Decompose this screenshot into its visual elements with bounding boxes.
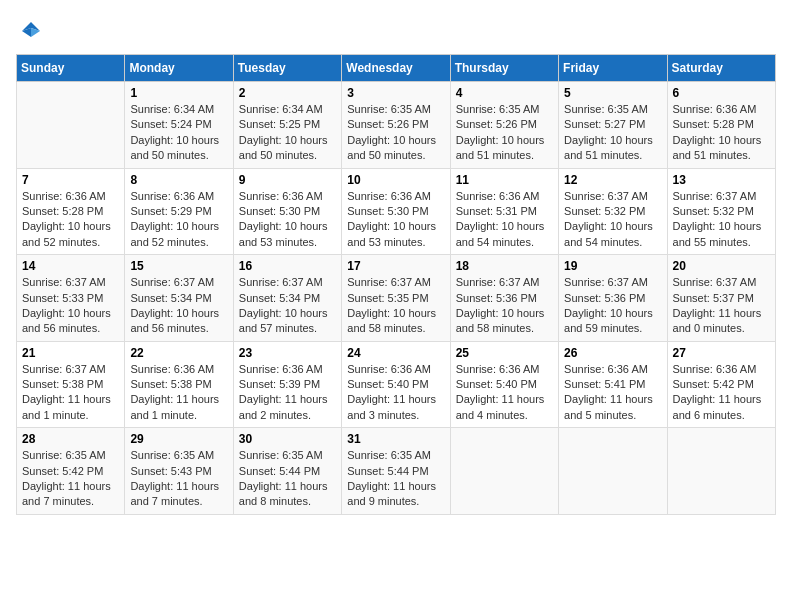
calendar-cell: 10Sunrise: 6:36 AMSunset: 5:30 PMDayligh… xyxy=(342,168,450,255)
day-content: Sunrise: 6:36 AMSunset: 5:28 PMDaylight:… xyxy=(673,102,770,164)
day-number: 20 xyxy=(673,259,770,273)
calendar-cell: 3Sunrise: 6:35 AMSunset: 5:26 PMDaylight… xyxy=(342,82,450,169)
calendar-cell: 28Sunrise: 6:35 AMSunset: 5:42 PMDayligh… xyxy=(17,428,125,515)
day-content: Sunrise: 6:37 AMSunset: 5:36 PMDaylight:… xyxy=(564,275,661,337)
calendar-cell: 26Sunrise: 6:36 AMSunset: 5:41 PMDayligh… xyxy=(559,341,667,428)
calendar-cell: 12Sunrise: 6:37 AMSunset: 5:32 PMDayligh… xyxy=(559,168,667,255)
calendar-cell: 1Sunrise: 6:34 AMSunset: 5:24 PMDaylight… xyxy=(125,82,233,169)
day-content: Sunrise: 6:36 AMSunset: 5:29 PMDaylight:… xyxy=(130,189,227,251)
calendar-cell: 22Sunrise: 6:36 AMSunset: 5:38 PMDayligh… xyxy=(125,341,233,428)
day-content: Sunrise: 6:37 AMSunset: 5:34 PMDaylight:… xyxy=(239,275,336,337)
calendar-table: SundayMondayTuesdayWednesdayThursdayFrid… xyxy=(16,54,776,515)
calendar-header-row: SundayMondayTuesdayWednesdayThursdayFrid… xyxy=(17,55,776,82)
day-content: Sunrise: 6:37 AMSunset: 5:32 PMDaylight:… xyxy=(564,189,661,251)
day-content: Sunrise: 6:37 AMSunset: 5:36 PMDaylight:… xyxy=(456,275,553,337)
day-number: 9 xyxy=(239,173,336,187)
day-number: 22 xyxy=(130,346,227,360)
calendar-cell: 24Sunrise: 6:36 AMSunset: 5:40 PMDayligh… xyxy=(342,341,450,428)
day-content: Sunrise: 6:35 AMSunset: 5:42 PMDaylight:… xyxy=(22,448,119,510)
day-number: 19 xyxy=(564,259,661,273)
day-number: 1 xyxy=(130,86,227,100)
calendar-cell: 18Sunrise: 6:37 AMSunset: 5:36 PMDayligh… xyxy=(450,255,558,342)
day-header-wednesday: Wednesday xyxy=(342,55,450,82)
day-content: Sunrise: 6:35 AMSunset: 5:26 PMDaylight:… xyxy=(456,102,553,164)
calendar-cell: 20Sunrise: 6:37 AMSunset: 5:37 PMDayligh… xyxy=(667,255,775,342)
calendar-cell: 4Sunrise: 6:35 AMSunset: 5:26 PMDaylight… xyxy=(450,82,558,169)
day-content: Sunrise: 6:37 AMSunset: 5:32 PMDaylight:… xyxy=(673,189,770,251)
day-number: 21 xyxy=(22,346,119,360)
logo xyxy=(16,16,50,46)
day-content: Sunrise: 6:36 AMSunset: 5:40 PMDaylight:… xyxy=(347,362,444,424)
calendar-cell: 8Sunrise: 6:36 AMSunset: 5:29 PMDaylight… xyxy=(125,168,233,255)
calendar-cell: 11Sunrise: 6:36 AMSunset: 5:31 PMDayligh… xyxy=(450,168,558,255)
day-header-sunday: Sunday xyxy=(17,55,125,82)
logo-icon xyxy=(16,16,46,46)
day-header-thursday: Thursday xyxy=(450,55,558,82)
calendar-cell xyxy=(17,82,125,169)
calendar-cell: 25Sunrise: 6:36 AMSunset: 5:40 PMDayligh… xyxy=(450,341,558,428)
calendar-cell: 23Sunrise: 6:36 AMSunset: 5:39 PMDayligh… xyxy=(233,341,341,428)
day-content: Sunrise: 6:37 AMSunset: 5:37 PMDaylight:… xyxy=(673,275,770,337)
day-number: 11 xyxy=(456,173,553,187)
day-number: 30 xyxy=(239,432,336,446)
day-content: Sunrise: 6:36 AMSunset: 5:41 PMDaylight:… xyxy=(564,362,661,424)
day-number: 3 xyxy=(347,86,444,100)
day-number: 13 xyxy=(673,173,770,187)
calendar-cell xyxy=(559,428,667,515)
page-header xyxy=(16,16,776,46)
calendar-week-row: 7Sunrise: 6:36 AMSunset: 5:28 PMDaylight… xyxy=(17,168,776,255)
calendar-week-row: 14Sunrise: 6:37 AMSunset: 5:33 PMDayligh… xyxy=(17,255,776,342)
day-header-tuesday: Tuesday xyxy=(233,55,341,82)
day-content: Sunrise: 6:37 AMSunset: 5:38 PMDaylight:… xyxy=(22,362,119,424)
calendar-cell: 6Sunrise: 6:36 AMSunset: 5:28 PMDaylight… xyxy=(667,82,775,169)
day-content: Sunrise: 6:36 AMSunset: 5:30 PMDaylight:… xyxy=(239,189,336,251)
day-number: 10 xyxy=(347,173,444,187)
day-content: Sunrise: 6:36 AMSunset: 5:28 PMDaylight:… xyxy=(22,189,119,251)
calendar-week-row: 1Sunrise: 6:34 AMSunset: 5:24 PMDaylight… xyxy=(17,82,776,169)
calendar-cell: 9Sunrise: 6:36 AMSunset: 5:30 PMDaylight… xyxy=(233,168,341,255)
day-content: Sunrise: 6:37 AMSunset: 5:35 PMDaylight:… xyxy=(347,275,444,337)
day-number: 23 xyxy=(239,346,336,360)
day-number: 24 xyxy=(347,346,444,360)
calendar-cell xyxy=(450,428,558,515)
day-content: Sunrise: 6:37 AMSunset: 5:33 PMDaylight:… xyxy=(22,275,119,337)
calendar-cell: 7Sunrise: 6:36 AMSunset: 5:28 PMDaylight… xyxy=(17,168,125,255)
day-number: 18 xyxy=(456,259,553,273)
day-number: 29 xyxy=(130,432,227,446)
day-header-friday: Friday xyxy=(559,55,667,82)
day-content: Sunrise: 6:35 AMSunset: 5:44 PMDaylight:… xyxy=(239,448,336,510)
day-number: 14 xyxy=(22,259,119,273)
day-content: Sunrise: 6:35 AMSunset: 5:44 PMDaylight:… xyxy=(347,448,444,510)
day-header-monday: Monday xyxy=(125,55,233,82)
calendar-cell: 16Sunrise: 6:37 AMSunset: 5:34 PMDayligh… xyxy=(233,255,341,342)
day-content: Sunrise: 6:36 AMSunset: 5:42 PMDaylight:… xyxy=(673,362,770,424)
day-header-saturday: Saturday xyxy=(667,55,775,82)
day-number: 28 xyxy=(22,432,119,446)
calendar-cell: 13Sunrise: 6:37 AMSunset: 5:32 PMDayligh… xyxy=(667,168,775,255)
calendar-cell: 31Sunrise: 6:35 AMSunset: 5:44 PMDayligh… xyxy=(342,428,450,515)
calendar-week-row: 21Sunrise: 6:37 AMSunset: 5:38 PMDayligh… xyxy=(17,341,776,428)
calendar-cell: 14Sunrise: 6:37 AMSunset: 5:33 PMDayligh… xyxy=(17,255,125,342)
day-number: 8 xyxy=(130,173,227,187)
day-content: Sunrise: 6:35 AMSunset: 5:26 PMDaylight:… xyxy=(347,102,444,164)
calendar-cell: 27Sunrise: 6:36 AMSunset: 5:42 PMDayligh… xyxy=(667,341,775,428)
day-content: Sunrise: 6:34 AMSunset: 5:24 PMDaylight:… xyxy=(130,102,227,164)
day-number: 16 xyxy=(239,259,336,273)
calendar-cell: 15Sunrise: 6:37 AMSunset: 5:34 PMDayligh… xyxy=(125,255,233,342)
calendar-cell: 19Sunrise: 6:37 AMSunset: 5:36 PMDayligh… xyxy=(559,255,667,342)
day-number: 26 xyxy=(564,346,661,360)
day-number: 12 xyxy=(564,173,661,187)
day-content: Sunrise: 6:37 AMSunset: 5:34 PMDaylight:… xyxy=(130,275,227,337)
day-number: 4 xyxy=(456,86,553,100)
day-content: Sunrise: 6:36 AMSunset: 5:38 PMDaylight:… xyxy=(130,362,227,424)
calendar-cell: 17Sunrise: 6:37 AMSunset: 5:35 PMDayligh… xyxy=(342,255,450,342)
day-content: Sunrise: 6:36 AMSunset: 5:31 PMDaylight:… xyxy=(456,189,553,251)
calendar-cell: 30Sunrise: 6:35 AMSunset: 5:44 PMDayligh… xyxy=(233,428,341,515)
day-content: Sunrise: 6:35 AMSunset: 5:27 PMDaylight:… xyxy=(564,102,661,164)
day-number: 15 xyxy=(130,259,227,273)
calendar-cell xyxy=(667,428,775,515)
day-number: 27 xyxy=(673,346,770,360)
calendar-cell: 29Sunrise: 6:35 AMSunset: 5:43 PMDayligh… xyxy=(125,428,233,515)
calendar-cell: 5Sunrise: 6:35 AMSunset: 5:27 PMDaylight… xyxy=(559,82,667,169)
day-number: 7 xyxy=(22,173,119,187)
